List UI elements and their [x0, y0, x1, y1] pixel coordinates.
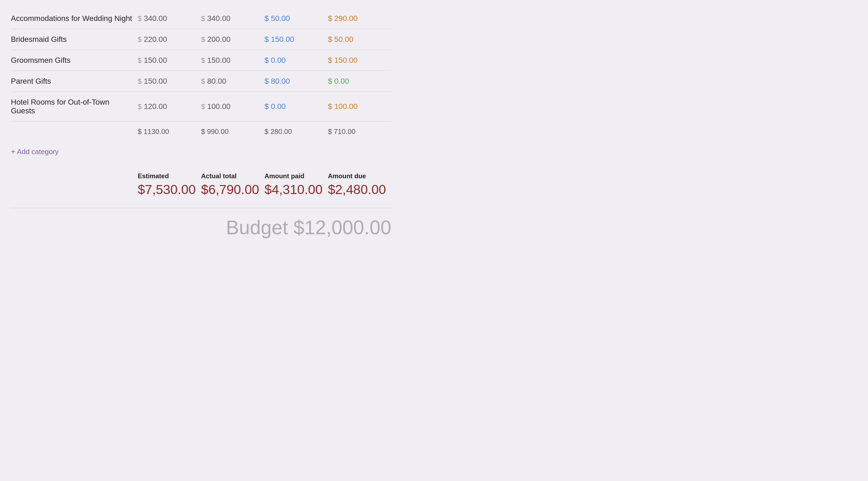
summary-paid-value: $4,310.00 [265, 182, 322, 197]
row-actual: $340.00 [201, 14, 265, 23]
totals-estimated: $ 1130.00 [138, 127, 201, 136]
budget-table: Accommodations for Wedding Night$340.00$… [11, 8, 391, 238]
summary-paid: Amount paid $4,310.00 [265, 169, 328, 200]
row-due: $ 100.00 [328, 102, 391, 111]
estimated-value: 150.00 [144, 77, 167, 86]
summary-paid-label: Amount paid [265, 172, 304, 180]
row-estimated: $120.00 [138, 102, 201, 111]
summary-estimated-value: $7,530.00 [138, 182, 196, 197]
row-estimated: $340.00 [138, 14, 201, 23]
add-category-button[interactable]: + Add category [11, 142, 391, 164]
table-row: Hotel Rooms for Out-of-Town Guests$120.0… [11, 92, 391, 122]
table-rows: Accommodations for Wedding Night$340.00$… [11, 8, 391, 122]
summary-actual-label: Actual total [201, 172, 237, 180]
estimated-value: 150.00 [144, 56, 167, 65]
row-due: $ 290.00 [328, 14, 391, 23]
table-row: Bridesmaid Gifts$220.00$200.00$ 150.00$ … [11, 29, 391, 50]
row-estimated: $150.00 [138, 77, 201, 86]
row-due: $ 0.00 [328, 77, 391, 86]
totals-paid: $ 280.00 [265, 127, 328, 136]
actual-value: 100.00 [207, 102, 230, 111]
dollar-icon: $ [138, 77, 142, 86]
row-paid: $ 0.00 [265, 56, 328, 65]
plus-icon: + [11, 147, 15, 156]
summary-actual: Actual total $6,790.00 [201, 169, 265, 200]
row-name: Groomsmen Gifts [11, 56, 138, 65]
actual-value: 150.00 [207, 56, 230, 65]
table-row: Parent Gifts$150.00$80.00$ 80.00$ 0.00 [11, 71, 391, 92]
dollar-icon: $ [138, 102, 142, 111]
row-name: Bridesmaid Gifts [11, 35, 138, 44]
row-actual: $80.00 [201, 77, 265, 86]
summary-empty-cell [11, 169, 138, 200]
dollar-icon: $ [201, 77, 205, 86]
row-paid: $ 80.00 [265, 77, 328, 86]
dollar-icon: $ [201, 102, 205, 111]
actual-value: 200.00 [207, 35, 230, 44]
dollar-icon: $ [138, 35, 142, 44]
summary-due-label: Amount due [328, 172, 366, 180]
estimated-value: 340.00 [144, 14, 167, 23]
summary-actual-value: $6,790.00 [201, 182, 259, 197]
summary-due-value: $2,480.00 [328, 182, 386, 197]
estimated-value: 220.00 [144, 35, 167, 44]
totals-row: $ 1130.00$ 990.00$ 280.00$ 710.00 [11, 122, 391, 142]
table-row: Groomsmen Gifts$150.00$150.00$ 0.00$ 150… [11, 50, 391, 71]
row-due: $ 150.00 [328, 56, 391, 65]
actual-value: 80.00 [207, 77, 226, 86]
row-paid: $ 150.00 [265, 35, 328, 44]
row-name: Parent Gifts [11, 77, 138, 86]
actual-value: 340.00 [207, 14, 230, 23]
table-row: Accommodations for Wedding Night$340.00$… [11, 8, 391, 29]
row-paid: $ 50.00 [265, 14, 328, 23]
summary-estimated: Estimated $7,530.00 [138, 169, 201, 200]
estimated-value: 120.00 [144, 102, 167, 111]
summary-section: Estimated $7,530.00 Actual total $6,790.… [11, 167, 391, 200]
dollar-icon: $ [138, 56, 142, 65]
row-actual: $150.00 [201, 56, 265, 65]
row-name: Hotel Rooms for Out-of-Town Guests [11, 98, 138, 115]
row-paid: $ 0.00 [265, 102, 328, 111]
row-estimated: $220.00 [138, 35, 201, 44]
totals-due: $ 710.00 [328, 127, 391, 136]
dollar-icon: $ [201, 56, 205, 65]
dollar-icon: $ [138, 14, 142, 23]
row-due: $ 50.00 [328, 35, 391, 44]
row-actual: $200.00 [201, 35, 265, 44]
dollar-icon: $ [201, 35, 205, 44]
budget-label: Budget $12,000.00 [226, 216, 391, 238]
add-category-label: Add category [17, 148, 58, 156]
totals-actual: $ 990.00 [201, 127, 265, 136]
dollar-icon: $ [201, 14, 205, 23]
row-actual: $100.00 [201, 102, 265, 111]
summary-due: Amount due $2,480.00 [328, 169, 391, 200]
summary-estimated-label: Estimated [138, 172, 169, 180]
budget-section: Budget $12,000.00 [11, 208, 391, 238]
row-estimated: $150.00 [138, 56, 201, 65]
row-name: Accommodations for Wedding Night [11, 14, 138, 23]
